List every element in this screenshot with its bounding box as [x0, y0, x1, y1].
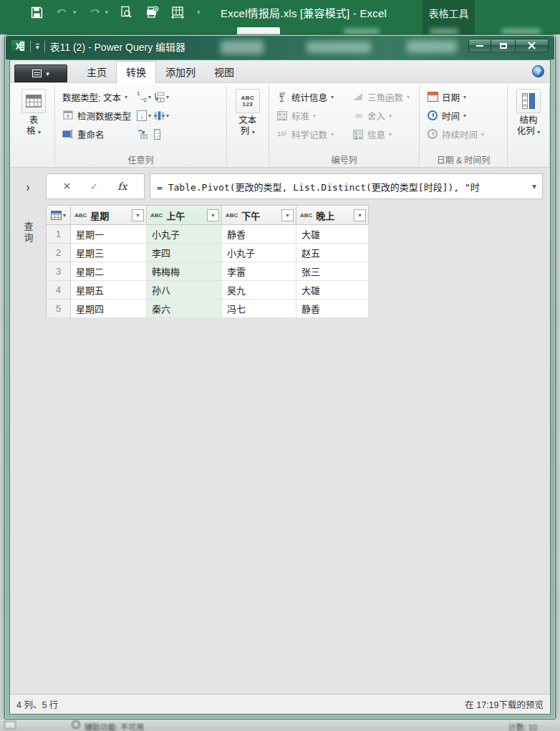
maximize-button[interactable]	[491, 39, 516, 52]
grid-cell[interactable]: 星期五	[71, 281, 147, 300]
row-number[interactable]: 3	[47, 262, 71, 281]
minimize-button[interactable]	[468, 39, 491, 52]
titlebar-dropdown-icon[interactable]: ▾	[36, 44, 39, 50]
grid-cell[interactable]: 星期二	[71, 262, 147, 281]
ribbon-group-number-column: χσΣ 统计信息 ▾ +−÷× 标准 ▾	[269, 85, 420, 167]
filter-dropdown-button[interactable]: ▾	[207, 209, 219, 221]
print-icon[interactable]	[144, 4, 160, 20]
pq-window-title: 表11 (2) - Power Query 编辑器	[50, 39, 186, 54]
rounding-button[interactable]: .00 舍入 ▾	[349, 106, 412, 125]
trigonometry-button[interactable]: 三角函数 ▾	[349, 87, 412, 106]
text-type-icon: ABC	[74, 212, 87, 219]
filter-dropdown-button[interactable]: ▾	[354, 209, 366, 221]
qat-customize-dropdown-icon[interactable]: ▾	[197, 9, 201, 16]
date-button[interactable]: 日期 ▾	[424, 87, 503, 106]
fill-button[interactable]: ↓ ▾	[135, 109, 153, 123]
unpivot-icon	[154, 92, 165, 102]
undo-dropdown-icon: ▾	[73, 9, 77, 16]
column-header-weekday[interactable]: ABC 星期 ▾	[71, 206, 147, 225]
help-button[interactable]: ?	[532, 65, 544, 77]
ribbon-group-structured-column: 结构 化列 ▾	[508, 85, 550, 167]
fx-icon[interactable]: fx	[117, 181, 127, 192]
pq-titlebar[interactable]: X ▾ 表11 (2) - Power Query 编辑器	[6, 36, 554, 59]
formula-expand-icon[interactable]: ▾	[532, 181, 536, 191]
tab-add-column[interactable]: 添加列	[156, 62, 205, 82]
move-icon	[137, 129, 148, 140]
column-header-afternoon[interactable]: ABC 下午 ▾	[222, 206, 296, 225]
dropdown-icon: ▾	[125, 94, 127, 100]
duration-button[interactable]: 持续时间 ▾	[424, 125, 503, 143]
queries-pane-label[interactable]: 查询	[21, 221, 35, 244]
grid-cell[interactable]: 星期三	[71, 244, 147, 262]
grid-cell[interactable]: 冯七	[222, 300, 296, 318]
time-button[interactable]: 时间 ▾	[424, 106, 503, 125]
grid-cell[interactable]: 大雄	[296, 225, 369, 244]
ribbon-group-table: 表 格 ▾	[13, 85, 55, 167]
row-number[interactable]: 5	[47, 300, 71, 318]
grid-cell[interactable]: 星期四	[71, 300, 147, 318]
file-menu-dropdown-icon: ▾	[46, 70, 49, 77]
grid-cell[interactable]: 吴九	[222, 281, 296, 300]
filter-dropdown-button[interactable]: ▾	[281, 209, 294, 221]
structured-column-group-button[interactable]: 结构 化列 ▾	[512, 87, 545, 138]
text-column-group-button[interactable]: ABC 123 文本 列 ▾	[231, 87, 264, 138]
information-button[interactable]: 1−3+ 信息 ▾	[349, 125, 412, 143]
cancel-icon[interactable]: ×	[64, 179, 71, 194]
separator	[30, 41, 31, 52]
grid-cell[interactable]: 张三	[296, 262, 369, 281]
expand-queries-pane-button[interactable]: ›	[26, 179, 30, 194]
convert-to-list-button[interactable]	[153, 128, 170, 141]
grid-cell[interactable]: 赵五	[296, 244, 369, 262]
status-box-icon: ...	[4, 721, 16, 729]
data-type-button[interactable]: 数据类型: 文本 ▾	[59, 87, 134, 106]
replace-values-button[interactable]: 1 → 2 ▾	[135, 90, 153, 103]
pivot-column-button[interactable]: ▾	[153, 109, 170, 123]
ribbon: 表 格 ▾ 数据类型: 文本 ▾ ?	[10, 83, 550, 168]
svg-text:?: ?	[66, 113, 69, 120]
grid-cell[interactable]: 李雷	[222, 262, 296, 281]
grid-cell[interactable]: 李四	[147, 244, 222, 262]
tab-home[interactable]: 主页	[77, 62, 116, 82]
grid-cell[interactable]: 秦六	[147, 300, 222, 318]
grid-cell[interactable]: 小丸子	[222, 244, 296, 262]
table-group-button[interactable]: 表 格 ▾	[17, 87, 50, 138]
grid-corner-cell[interactable]: ▾	[47, 206, 71, 225]
scientific-icon: 10²	[276, 128, 288, 140]
grid-header-row: ▾ ABC 星期 ▾ ABC 上午 ▾ ABC	[47, 206, 369, 225]
background-blob	[430, 29, 458, 34]
tab-view[interactable]: 视图	[205, 62, 243, 82]
rename-button[interactable]: 重命名	[59, 125, 134, 143]
move-button[interactable]	[135, 128, 153, 141]
scientific-button[interactable]: 10² 科学记数 ▾	[274, 125, 349, 143]
file-menu-button[interactable]: ▾	[14, 64, 67, 82]
column-width-icon[interactable]	[170, 4, 185, 20]
row-number[interactable]: 2	[47, 244, 71, 262]
filter-dropdown-button[interactable]: ▾	[132, 209, 144, 221]
standard-button[interactable]: +−÷× 标准 ▾	[274, 106, 349, 125]
column-header-evening[interactable]: ABC 晚上 ▾	[296, 206, 369, 225]
detect-data-type-button[interactable]: ? 检测数据类型	[59, 106, 134, 125]
grid-cell[interactable]: 韩梅梅	[147, 262, 222, 281]
grid-cell[interactable]: 静香	[296, 300, 369, 318]
tab-transform[interactable]: 转换	[116, 61, 156, 83]
unpivot-columns-button[interactable]: ▾	[153, 90, 170, 104]
print-preview-icon[interactable]	[118, 4, 134, 20]
row-number[interactable]: 4	[47, 281, 71, 300]
close-button[interactable]	[516, 39, 549, 52]
formula-input[interactable]: = Table.Pivot(更改的类型, List.Distinct(更改的类型…	[150, 173, 543, 199]
statistics-button[interactable]: χσΣ 统计信息 ▾	[274, 87, 349, 106]
row-number[interactable]: 1	[47, 225, 71, 244]
status-dimensions: 4 列、5 行	[16, 697, 58, 711]
grid-cell[interactable]: 静香	[222, 225, 296, 244]
status-preview-time: 在 17:19下载的预览	[465, 697, 544, 711]
grid-cell[interactable]: 大雄	[296, 281, 369, 300]
commit-icon[interactable]: ✓	[90, 181, 99, 192]
grid-cell[interactable]: 小丸子	[147, 225, 222, 244]
grid-cell[interactable]: 星期一	[71, 225, 147, 244]
glass-blob	[306, 42, 371, 53]
save-icon[interactable]	[29, 4, 44, 20]
grid-cell[interactable]: 孙八	[147, 281, 222, 300]
list-icon	[154, 129, 160, 140]
column-header-morning[interactable]: ABC 上午 ▾	[147, 206, 222, 225]
excel-titlebar: ▾ ▾ ▾ Excel情报局.xls [兼容模式] - Excel 表格工具	[0, 0, 560, 34]
